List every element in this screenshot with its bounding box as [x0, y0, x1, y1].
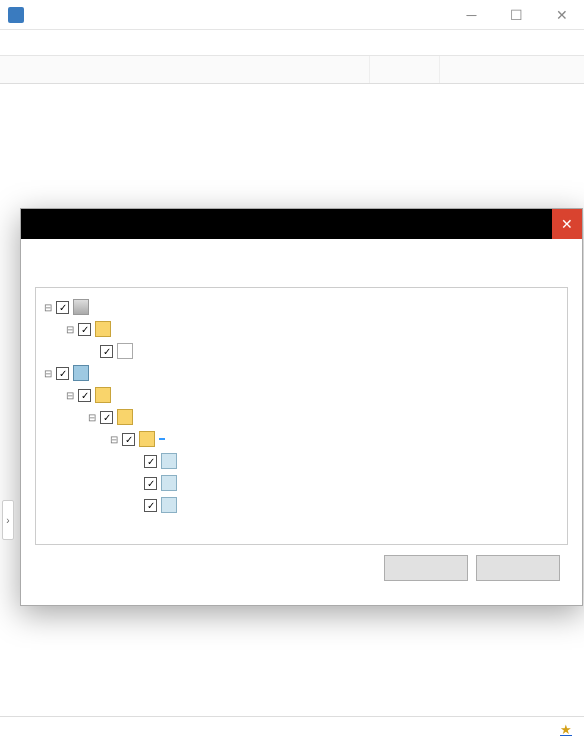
folder-icon — [139, 431, 155, 447]
star-icon: ★ — [560, 722, 572, 737]
tree-node-regvalue[interactable]: · ✓ — [42, 450, 561, 472]
dialog-close-button[interactable]: ✕ — [552, 209, 582, 239]
tree-node-filesystem[interactable]: ⊟ ✓ — [42, 296, 561, 318]
regvalue-icon — [161, 497, 177, 513]
collapse-icon[interactable]: ⊟ — [42, 368, 54, 379]
collapse-icon[interactable]: ⊟ — [64, 390, 76, 401]
checkbox[interactable]: ✓ — [144, 455, 157, 468]
collapse-icon[interactable]: ⊟ — [86, 412, 98, 423]
checkbox[interactable]: ✓ — [78, 323, 91, 336]
tree-node-file[interactable]: · ✓ — [42, 340, 561, 362]
list-header — [0, 56, 584, 84]
upgrade-link[interactable]: ★ — [560, 722, 574, 737]
tree-node-regkey-selected[interactable]: ⊟ ✓ — [42, 428, 561, 450]
checkbox[interactable]: ✓ — [100, 411, 113, 424]
checkbox[interactable]: ✓ — [78, 389, 91, 402]
collapse-icon[interactable]: ⊟ — [64, 324, 76, 335]
minimize-button[interactable]: ─ — [449, 0, 494, 30]
app-icon — [8, 7, 24, 23]
collapse-icon[interactable]: ⊟ — [108, 434, 120, 445]
folder-icon — [95, 321, 111, 337]
col-size[interactable] — [370, 56, 440, 83]
file-icon — [117, 343, 133, 359]
checkbox[interactable]: ✓ — [56, 301, 69, 314]
leftover-tree[interactable]: ⊟ ✓ ⊟ ✓ · ✓ ⊟ ✓ — [35, 287, 568, 545]
collapse-icon[interactable]: ⊟ — [42, 302, 54, 313]
folder-icon — [95, 387, 111, 403]
tree-node-regkey[interactable]: ⊟ ✓ — [42, 406, 561, 428]
tree-node-folder[interactable]: ⊟ ✓ — [42, 318, 561, 340]
tree-node-registry[interactable]: ⊟ ✓ — [42, 362, 561, 384]
ok-button[interactable] — [384, 555, 468, 581]
menubar — [0, 30, 584, 56]
drive-icon — [73, 299, 89, 315]
maximize-button[interactable]: ☐ — [494, 0, 539, 30]
cancel-button[interactable] — [476, 555, 560, 581]
close-button[interactable]: ✕ — [539, 0, 584, 30]
folder-icon — [117, 409, 133, 425]
registry-icon — [73, 365, 89, 381]
tree-node-regvalue[interactable]: · ✓ — [42, 472, 561, 494]
col-name[interactable] — [0, 56, 370, 83]
regvalue-icon — [161, 475, 177, 491]
leftover-dialog: ✕ ⊟ ✓ ⊟ ✓ · ✓ ⊟ ✓ — [20, 208, 583, 606]
statusbar: ★ — [0, 716, 584, 742]
titlebar: ─ ☐ ✕ — [0, 0, 584, 30]
tree-node-regkey[interactable]: ⊟ ✓ — [42, 384, 561, 406]
expand-panel-button[interactable]: › — [2, 500, 14, 540]
checkbox[interactable]: ✓ — [122, 433, 135, 446]
tree-node-regvalue[interactable]: · ✓ — [42, 494, 561, 516]
checkbox[interactable]: ✓ — [100, 345, 113, 358]
checkbox[interactable]: ✓ — [56, 367, 69, 380]
regvalue-icon — [161, 453, 177, 469]
col-date[interactable] — [440, 56, 584, 83]
checkbox[interactable]: ✓ — [144, 499, 157, 512]
dialog-titlebar[interactable]: ✕ — [21, 209, 582, 239]
checkbox[interactable]: ✓ — [144, 477, 157, 490]
